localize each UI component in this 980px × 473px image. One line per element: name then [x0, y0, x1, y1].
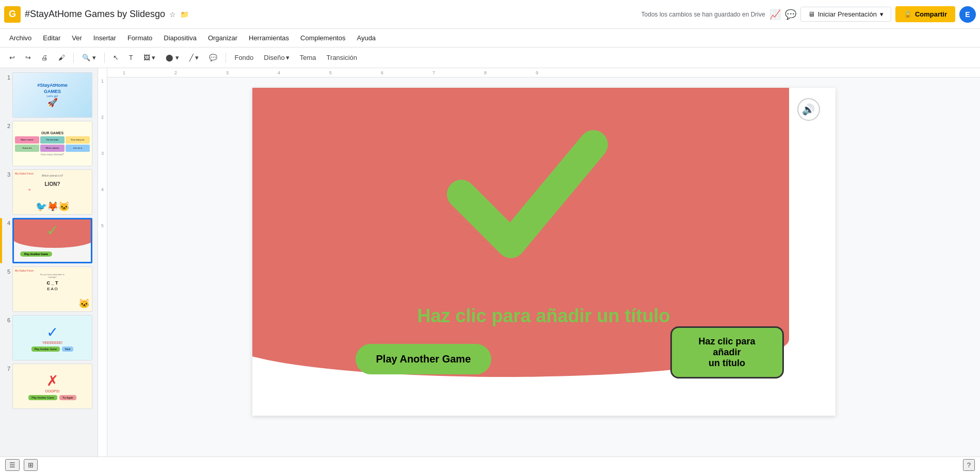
toolbar-zoom-btn[interactable]: 🔍 ▾ [78, 52, 100, 64]
slide-img-5[interactable]: My Safari Farm Do you know what letter i… [12, 266, 92, 312]
slide-num-6: 6 [3, 317, 10, 323]
ruler-horizontal: 1 2 3 4 5 6 7 8 9 [107, 68, 980, 77]
user-avatar[interactable]: E [959, 6, 976, 23]
toolbar-shapes-btn[interactable]: ⬤ ▾ [162, 52, 183, 64]
speaker-icon: 🔊 [802, 103, 815, 116]
slide-canvas-wrapper: 🔊 Haz clic para añadir un título Play An… [107, 77, 980, 473]
menu-ayuda[interactable]: Ayuda [351, 32, 381, 44]
folder-icon[interactable]: 📁 [180, 10, 189, 19]
play-another-game-button[interactable]: Play Another Game [356, 344, 492, 374]
menu-formato[interactable]: Formato [122, 32, 157, 44]
slide-title-placeholder[interactable]: Haz clic para añadir un título [415, 305, 673, 327]
ruler-marks: 1 2 3 4 5 6 7 8 9 [123, 70, 980, 75]
toolbar-image-btn[interactable]: 🖼 ▾ [139, 52, 160, 64]
lock-icon: 🔒 [904, 10, 912, 18]
bottom-bar: ☰ ⊞ ? [0, 456, 980, 473]
slide-num-5: 5 [3, 269, 10, 275]
canvas-with-ruler: 1 2 3 4 5 1 2 3 4 5 6 7 8 [98, 68, 980, 473]
slide-img-1[interactable]: #StayAtHomeGAMES Let's go! 🚀 [12, 72, 92, 118]
present-button[interactable]: 🖥 Iniciar Presentación ▾ [800, 7, 891, 22]
toolbar-format-paint-btn[interactable]: 🖌 [54, 52, 69, 64]
app-icon[interactable]: G [4, 6, 21, 23]
slide-thumb-2[interactable]: 2 OUR GAMES Match animal The last letter… [3, 121, 94, 166]
slide-num-7: 7 [3, 366, 10, 372]
main-canvas-column: 1 2 3 4 5 6 7 8 9 [107, 68, 980, 473]
sep1 [73, 53, 74, 63]
menu-insertar[interactable]: Insertar [88, 32, 121, 44]
grid-view-btn[interactable]: ⊞ [24, 459, 38, 471]
toolbar-diseno-btn[interactable]: Diseño▾ [260, 52, 293, 64]
toolbar-cursor-btn[interactable]: ↖ [109, 52, 123, 64]
menu-organizar[interactable]: Organizar [203, 32, 243, 44]
slide-canvas[interactable]: 🔊 Haz clic para añadir un título Play An… [252, 88, 836, 416]
toolbar-fondo-btn[interactable]: Fondo [230, 52, 258, 64]
slide-thumb-5[interactable]: 5 My Safari Farm Do you know what letter… [3, 266, 94, 312]
doc-title-area: #StayAtHome Games by Slidesgo ☆ 📁 [25, 9, 637, 20]
doc-title: #StayAtHome Games by Slidesgo [25, 9, 165, 20]
slide-num-4: 4 [3, 220, 10, 226]
slide-thumb-1[interactable]: 1 #StayAtHomeGAMES Let's go! 🚀 [3, 72, 94, 118]
audio-button[interactable]: 🔊 [797, 98, 820, 121]
toolbar-comment-btn[interactable]: 💬 [205, 52, 221, 64]
slide-num-3: 3 [3, 171, 10, 178]
menu-archivo[interactable]: Archivo [4, 32, 37, 44]
slide-thumb-3[interactable]: 3 My Safari Farm Which animal is it? LIO… [3, 169, 94, 215]
present-dropdown-icon: ▾ [880, 10, 883, 18]
slide-img-7[interactable]: ✗ OOOPS! Play Another Game Try Again [12, 364, 92, 409]
slide-thumb-7[interactable]: 7 ✗ OOOPS! Play Another Game Try Again [3, 364, 94, 409]
checkmark-svg [445, 103, 610, 269]
toolbar-tema-btn[interactable]: Tema [296, 52, 320, 64]
slide-img-6[interactable]: ✓ YEEEEEEE! Play Another Game Next [12, 315, 92, 360]
menu-diapositiva[interactable]: Diapositiva [158, 32, 202, 44]
present-screen-icon: 🖥 [808, 10, 815, 18]
top-bar: G #StayAtHome Games by Slidesgo ☆ 📁 Todo… [0, 0, 980, 29]
share-button[interactable]: 🔒 Compartir [895, 6, 955, 22]
top-right-actions: 📈 💬 🖥 Iniciar Presentación ▾ 🔒 Compartir… [769, 6, 976, 23]
toolbar-undo-btn[interactable]: ↩ [5, 52, 19, 64]
toolbar-redo-btn[interactable]: ↪ [21, 52, 35, 64]
menu-complementos[interactable]: Complementos [295, 32, 350, 44]
ruler-vertical: 1 2 3 4 5 [98, 68, 107, 473]
toolbar-line-btn[interactable]: ╱ ▾ [185, 52, 203, 64]
menu-ver[interactable]: Ver [67, 32, 87, 44]
sep3 [226, 53, 226, 63]
menu-bar: Archivo Editar Ver Insertar Formato Diap… [0, 29, 980, 48]
toolbar-transicion-btn[interactable]: Transición [323, 52, 361, 64]
active-indicator [0, 218, 2, 263]
canvas-area: 1 2 3 4 5 1 2 3 4 5 6 7 8 [98, 68, 980, 473]
second-action-button[interactable]: Haz clic para añadir un título [670, 326, 784, 379]
slide-img-4[interactable]: ✓ Play Another Game [12, 218, 92, 263]
slide-panel: 1 #StayAtHomeGAMES Let's go! 🚀 2 OUR GAM… [0, 68, 98, 473]
menu-editar[interactable]: Editar [38, 32, 66, 44]
slide-img-3[interactable]: My Safari Farm Which animal is it? LION?… [12, 169, 92, 215]
slide-thumb-6[interactable]: 6 ✓ YEEEEEEE! Play Another Game Next [3, 315, 94, 360]
slide-thumb-4[interactable]: 4 ✓ Play Another Game [3, 218, 94, 263]
slide-num-2: 2 [3, 123, 10, 129]
main-area: 1 #StayAtHomeGAMES Let's go! 🚀 2 OUR GAM… [0, 68, 980, 473]
sep2 [104, 53, 105, 63]
menu-herramientas[interactable]: Herramientas [244, 32, 294, 44]
toolbar: ↩ ↪ 🖨 🖌 🔍 ▾ ↖ T 🖼 ▾ ⬤ ▾ ╱ ▾ 💬 Fondo Dise… [0, 48, 980, 68]
slide-list-view-btn[interactable]: ☰ [5, 459, 20, 471]
help-btn[interactable]: ? [963, 459, 975, 471]
checkmark-container [445, 103, 610, 279]
autosave-status: Todos los cambios se han guardado en Dri… [641, 11, 765, 18]
chat-icon[interactable]: 💬 [785, 9, 796, 20]
slide-num-1: 1 [3, 74, 10, 81]
toolbar-text-btn[interactable]: T [125, 52, 137, 64]
slide-img-2[interactable]: OUR GAMES Match animal The last letter H… [12, 121, 92, 166]
toolbar-print-btn[interactable]: 🖨 [37, 52, 52, 64]
star-icon[interactable]: ☆ [169, 10, 176, 19]
activity-icon[interactable]: 📈 [769, 9, 781, 20]
